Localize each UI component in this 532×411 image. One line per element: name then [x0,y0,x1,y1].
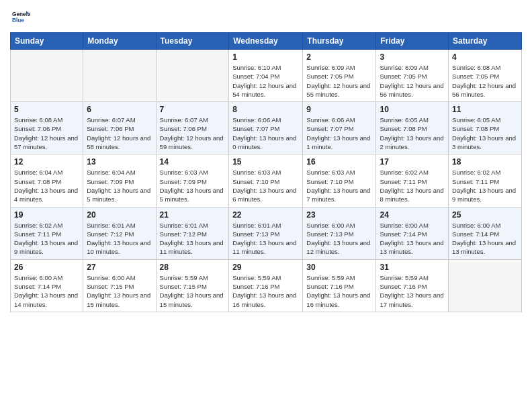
cell-info: Sunrise: 6:02 AMSunset: 7:11 PMDaylight:… [452,168,518,203]
calendar-header-sunday: Sunday [11,33,83,50]
cell-info: Sunrise: 5:59 AMSunset: 7:16 PMDaylight:… [306,273,372,309]
cell-info: Sunrise: 6:01 AMSunset: 7:12 PMDaylight:… [160,221,226,257]
calendar-cell: 28Sunrise: 5:59 AMSunset: 7:15 PMDayligh… [156,259,229,312]
day-number: 28 [160,263,226,272]
calendar-header-row: SundayMondayTuesdayWednesdayThursdayFrid… [11,33,522,50]
day-number: 7 [160,105,226,114]
calendar-week-row: 1Sunrise: 6:10 AMSunset: 7:04 PMDaylight… [11,50,522,102]
calendar-header-wednesday: Wednesday [229,33,303,50]
day-number: 12 [14,157,79,167]
cell-info: Sunrise: 6:06 AMSunset: 7:07 PMDaylight:… [306,116,372,151]
cell-info: Sunrise: 6:08 AMSunset: 7:06 PMDaylight:… [14,116,79,151]
cell-info: Sunrise: 6:04 AMSunset: 7:08 PMDaylight:… [14,168,79,203]
calendar-cell: 17Sunrise: 6:02 AMSunset: 7:11 PMDayligh… [376,154,449,207]
cell-info: Sunrise: 6:09 AMSunset: 7:05 PMDaylight:… [306,63,372,99]
day-number: 8 [232,105,299,114]
svg-text:Blue: Blue [12,17,24,24]
day-number: 4 [452,52,518,62]
day-number: 2 [306,52,372,62]
calendar-cell: 7Sunrise: 6:07 AMSunset: 7:06 PMDaylight… [156,102,229,154]
day-number: 9 [306,105,372,114]
calendar-cell: 27Sunrise: 6:00 AMSunset: 7:15 PMDayligh… [83,259,156,312]
calendar-cell: 25Sunrise: 6:00 AMSunset: 7:14 PMDayligh… [449,207,522,259]
day-number: 20 [87,210,152,220]
calendar-cell: 24Sunrise: 6:00 AMSunset: 7:14 PMDayligh… [376,207,449,259]
day-number: 5 [14,105,79,114]
day-number: 18 [452,157,518,167]
cell-info: Sunrise: 5:59 AMSunset: 7:16 PMDaylight:… [380,273,445,309]
cell-info: Sunrise: 6:01 AMSunset: 7:12 PMDaylight:… [87,221,152,257]
calendar-cell: 13Sunrise: 6:04 AMSunset: 7:09 PMDayligh… [83,154,156,207]
day-number: 13 [87,157,152,167]
day-number: 3 [380,52,445,62]
cell-info: Sunrise: 6:04 AMSunset: 7:09 PMDaylight:… [87,168,152,203]
day-number: 10 [380,105,445,114]
cell-info: Sunrise: 6:00 AMSunset: 7:15 PMDaylight:… [87,273,152,309]
day-number: 21 [160,210,226,220]
calendar-cell: 23Sunrise: 6:00 AMSunset: 7:13 PMDayligh… [303,207,376,259]
cell-info: Sunrise: 6:03 AMSunset: 7:10 PMDaylight:… [306,168,372,203]
calendar-header-monday: Monday [83,33,156,50]
calendar-cell: 5Sunrise: 6:08 AMSunset: 7:06 PMDaylight… [11,102,83,154]
calendar-cell: 31Sunrise: 5:59 AMSunset: 7:16 PMDayligh… [376,259,449,312]
calendar-cell: 22Sunrise: 6:01 AMSunset: 7:13 PMDayligh… [229,207,303,259]
svg-text:General: General [12,11,30,17]
cell-info: Sunrise: 6:02 AMSunset: 7:11 PMDaylight:… [380,168,445,203]
calendar-cell: 11Sunrise: 6:05 AMSunset: 7:08 PMDayligh… [449,102,522,154]
day-number: 23 [306,210,372,220]
calendar-cell: 3Sunrise: 6:09 AMSunset: 7:05 PMDaylight… [376,50,449,102]
calendar-cell: 16Sunrise: 6:03 AMSunset: 7:10 PMDayligh… [303,154,376,207]
calendar-cell: 30Sunrise: 5:59 AMSunset: 7:16 PMDayligh… [303,259,376,312]
day-number: 26 [14,263,79,272]
calendar-cell: 15Sunrise: 6:03 AMSunset: 7:10 PMDayligh… [229,154,303,207]
calendar-week-row: 26Sunrise: 6:00 AMSunset: 7:14 PMDayligh… [11,259,522,312]
logo: General Blue [10,7,33,27]
day-number: 6 [87,105,152,114]
calendar-header-tuesday: Tuesday [156,33,229,50]
calendar-cell: 18Sunrise: 6:02 AMSunset: 7:11 PMDayligh… [449,154,522,207]
cell-info: Sunrise: 6:09 AMSunset: 7:05 PMDaylight:… [380,63,445,99]
calendar-header-saturday: Saturday [449,33,522,50]
cell-info: Sunrise: 6:00 AMSunset: 7:14 PMDaylight:… [452,221,518,257]
calendar-cell: 29Sunrise: 5:59 AMSunset: 7:16 PMDayligh… [229,259,303,312]
day-number: 22 [232,210,299,220]
day-number: 30 [306,263,372,272]
day-number: 31 [380,263,445,272]
calendar-cell: 19Sunrise: 6:02 AMSunset: 7:11 PMDayligh… [11,207,83,259]
calendar-cell: 26Sunrise: 6:00 AMSunset: 7:14 PMDayligh… [11,259,83,312]
day-number: 1 [232,52,299,62]
day-number: 27 [87,263,152,272]
cell-info: Sunrise: 6:00 AMSunset: 7:13 PMDaylight:… [306,221,372,257]
calendar-cell: 12Sunrise: 6:04 AMSunset: 7:08 PMDayligh… [11,154,83,207]
calendar-cell: 6Sunrise: 6:07 AMSunset: 7:06 PMDaylight… [83,102,156,154]
cell-info: Sunrise: 6:06 AMSunset: 7:07 PMDaylight:… [232,116,299,151]
calendar-cell: 14Sunrise: 6:03 AMSunset: 7:09 PMDayligh… [156,154,229,207]
calendar-header-friday: Friday [376,33,449,50]
calendar-cell [83,50,156,102]
calendar-cell: 21Sunrise: 6:01 AMSunset: 7:12 PMDayligh… [156,207,229,259]
day-number: 24 [380,210,445,220]
cell-info: Sunrise: 5:59 AMSunset: 7:15 PMDaylight:… [160,273,226,309]
day-number: 29 [232,263,299,272]
calendar-week-row: 12Sunrise: 6:04 AMSunset: 7:08 PMDayligh… [11,154,522,207]
calendar-cell: 20Sunrise: 6:01 AMSunset: 7:12 PMDayligh… [83,207,156,259]
calendar-cell [449,259,522,312]
calendar-cell: 9Sunrise: 6:06 AMSunset: 7:07 PMDaylight… [303,102,376,154]
calendar-cell: 2Sunrise: 6:09 AMSunset: 7:05 PMDaylight… [303,50,376,102]
header: General Blue [10,7,522,27]
cell-info: Sunrise: 6:03 AMSunset: 7:10 PMDaylight:… [232,168,299,203]
day-number: 17 [380,157,445,167]
cell-info: Sunrise: 6:02 AMSunset: 7:11 PMDaylight:… [14,221,79,257]
page: General Blue SundayMondayTuesdayWednesda… [0,0,532,322]
day-number: 19 [14,210,79,220]
day-number: 14 [160,157,226,167]
calendar-cell: 1Sunrise: 6:10 AMSunset: 7:04 PMDaylight… [229,50,303,102]
calendar-cell: 10Sunrise: 6:05 AMSunset: 7:08 PMDayligh… [376,102,449,154]
cell-info: Sunrise: 6:08 AMSunset: 7:05 PMDaylight:… [452,63,518,99]
cell-info: Sunrise: 6:00 AMSunset: 7:14 PMDaylight:… [14,273,79,309]
cell-info: Sunrise: 6:05 AMSunset: 7:08 PMDaylight:… [452,116,518,151]
calendar-cell [11,50,83,102]
calendar-header-thursday: Thursday [303,33,376,50]
cell-info: Sunrise: 6:03 AMSunset: 7:09 PMDaylight:… [160,168,226,203]
cell-info: Sunrise: 6:07 AMSunset: 7:06 PMDaylight:… [160,116,226,151]
